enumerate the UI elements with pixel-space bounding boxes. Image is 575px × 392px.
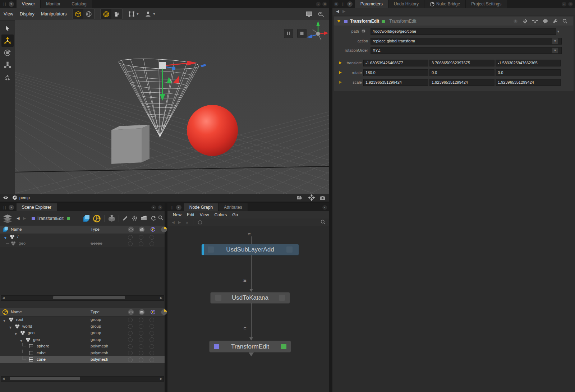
node-usdsublayeradd[interactable]: UsdSubLayerAdd [201, 244, 299, 255]
extra-column-icon[interactable] [161, 226, 167, 232]
search-icon[interactable] [562, 19, 567, 24]
render-toggle[interactable] [139, 318, 143, 322]
tab-parameters[interactable]: Parameters [355, 0, 388, 8]
menu-edit[interactable]: Edit [187, 212, 194, 217]
menu-view[interactable]: View [4, 11, 13, 17]
visibility-toggle[interactable] [128, 318, 133, 322]
panel-grip[interactable]: || [3, 2, 7, 6]
tiles-icon[interactable] [111, 9, 122, 19]
search-icon[interactable] [321, 220, 326, 225]
help-icon[interactable]: ? [513, 19, 518, 24]
sphere-mesh[interactable] [187, 105, 238, 156]
globe-icon[interactable] [83, 9, 94, 19]
visibility-column-icon[interactable] [128, 226, 134, 232]
render-column-icon[interactable] [139, 226, 145, 232]
render-toggle[interactable] [139, 324, 143, 329]
pan-move-icon[interactable] [308, 194, 315, 201]
maximize-icon[interactable]: ▪ [151, 205, 156, 210]
scale-z-input[interactable]: 1.923965351299424 [496, 79, 561, 86]
maximize-icon[interactable]: ▪ [562, 2, 566, 6]
monitor-icon[interactable] [305, 11, 313, 17]
rotate-z-input[interactable]: 0.0 [496, 69, 561, 76]
chevron-down-icon[interactable]: ▼ [557, 30, 560, 33]
tab-node-graph[interactable]: Node Graph [184, 203, 218, 211]
shaded-cube-icon[interactable] [73, 9, 83, 19]
render-toggle[interactable] [139, 241, 143, 246]
scale-y-input[interactable]: 1.923965351299424 [429, 79, 494, 86]
node-graph-canvas[interactable]: in UsdSubLayerAdd in UsdToKatana in [167, 226, 329, 392]
panel-grip[interactable]: || [342, 2, 345, 6]
live-toggle[interactable] [150, 241, 154, 246]
cube-mesh[interactable] [111, 125, 150, 164]
table-row[interactable]: sphere polymesh [0, 343, 165, 350]
scroll-right-arrow[interactable]: ▶ [160, 296, 162, 300]
stop-button[interactable] [297, 29, 307, 38]
back-arrow-button[interactable]: ◀ [172, 220, 175, 224]
render-slate-icon[interactable] [141, 215, 147, 221]
horizontal-scrollbar[interactable]: ◀ ▶ [1, 295, 164, 301]
column-header-name[interactable]: Name [11, 310, 22, 314]
scrollbar-thumb[interactable] [53, 296, 125, 299]
tab-viewer[interactable]: Viewer [17, 0, 41, 8]
node-edit-flag-icon[interactable] [344, 20, 348, 23]
table-row-selected[interactable]: cone polymesh [0, 356, 165, 363]
render-toggle[interactable] [139, 351, 143, 355]
back-arrow-button[interactable]: ◀ [336, 9, 339, 14]
panel-grip[interactable]: || [3, 205, 7, 209]
rotate-x-input[interactable]: 180.0 [363, 69, 428, 76]
visibility-toggle[interactable] [128, 351, 133, 355]
cone-wireframe-mesh[interactable] [118, 57, 199, 137]
menu-display[interactable]: Display [20, 11, 34, 17]
visibility-toggle[interactable] [128, 358, 133, 362]
node-edit-flag-icon[interactable] [214, 344, 219, 349]
live-toggle[interactable] [150, 358, 154, 362]
scroll-right-arrow[interactable]: ▶ [160, 377, 162, 381]
live-toggle[interactable] [150, 351, 154, 355]
table-row[interactable]: cube polymesh [0, 350, 165, 356]
close-icon[interactable]: ✕ [158, 205, 162, 210]
close-icon[interactable]: ✕ [568, 2, 573, 6]
node-flag-slot[interactable] [279, 295, 285, 301]
tab-project-settings[interactable]: Project Settings [466, 0, 507, 8]
menu-colors[interactable]: Colors [215, 212, 227, 217]
comment-bubble-icon[interactable] [543, 19, 548, 24]
render-toggle[interactable] [139, 344, 143, 349]
marquee-select-dropdown[interactable]: ▼ [128, 11, 139, 17]
panel-menu-icon[interactable]: ▼ [9, 205, 14, 210]
scale-x-input[interactable]: 1.923965351299424 [363, 79, 428, 86]
gear-icon[interactable] [132, 215, 138, 221]
tab-nuke-bridge[interactable]: Nuke Bridge [424, 0, 466, 8]
render-toggle[interactable] [139, 337, 143, 342]
snapshot-icon[interactable] [318, 11, 325, 17]
node-view-flag-icon[interactable] [382, 20, 385, 23]
render-toggle[interactable] [139, 358, 143, 362]
scroll-left-arrow[interactable]: ◀ [2, 296, 5, 300]
translate-y-input[interactable]: 3.7068650932397675 [429, 60, 494, 66]
close-icon[interactable]: ✕ [334, 2, 339, 6]
live-toggle[interactable] [150, 324, 154, 329]
tab-undo-history[interactable]: Undo History [388, 0, 424, 8]
node-transformedit[interactable]: TransformEdit [209, 341, 291, 352]
tab-scene-explorer[interactable]: Scene Explorer [17, 203, 57, 211]
export-box-icon[interactable] [108, 215, 116, 222]
table-row[interactable]: geo Scope [0, 240, 165, 247]
maximize-icon[interactable]: ▪ [316, 2, 321, 6]
layers-icon[interactable] [3, 214, 12, 223]
gear-icon[interactable] [523, 19, 528, 24]
live-render-column-icon[interactable] [150, 309, 156, 315]
render-toggle[interactable] [139, 331, 143, 336]
live-toggle[interactable] [150, 331, 154, 336]
menu-manipulators[interactable]: Manipulators [41, 11, 67, 17]
select-tool-icon[interactable] [1, 22, 14, 34]
translate-x-input[interactable]: -1.630539426468677 [363, 60, 428, 66]
close-icon[interactable]: ✕ [322, 2, 327, 6]
chevron-down-icon[interactable]: ▼ [552, 47, 558, 54]
table-row[interactable]: ▼ root group [0, 316, 165, 323]
maximize-icon[interactable]: ▪ [322, 205, 327, 210]
wireframe-globe-icon[interactable] [101, 9, 111, 19]
translate-tool-icon[interactable] [1, 34, 14, 47]
menu-view[interactable]: View [200, 212, 209, 217]
bookmark-icon[interactable] [198, 220, 202, 225]
column-header-type[interactable]: Type [91, 227, 100, 231]
column-header-type[interactable]: Type [91, 310, 100, 314]
